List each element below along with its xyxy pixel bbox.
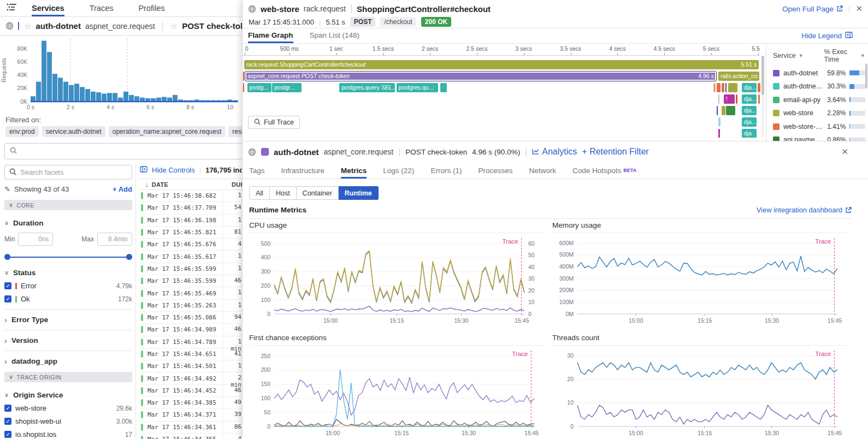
table-row[interactable]: Mar 17 15:46:35.6764 <box>140 239 242 251</box>
legend-row-auth-dotnet[interactable]: auth-dotnet59.8% <box>773 69 865 77</box>
span-segment[interactable] <box>718 129 720 138</box>
table-row[interactable]: Mar 17 15:46:35.2631 <box>140 300 242 312</box>
table-row[interactable]: Mar 17 15:46:35.4691 <box>140 287 242 299</box>
full-trace-button[interactable]: Full Trace <box>248 116 300 129</box>
close-icon[interactable]: ✕ <box>855 4 863 14</box>
span-dja[interactable]: dja... <box>742 106 757 115</box>
table-row[interactable]: Mar 17 15:46:37.70954 <box>140 202 242 214</box>
filter-pill-operation-name-aspnet-core-request[interactable]: operation_name:aspnet_core.request <box>109 126 225 137</box>
table-row[interactable]: Mar 17 15:46:34.36186 <box>140 422 242 434</box>
span-segment[interactable] <box>736 94 737 104</box>
duration-max-input[interactable]: 8.4min <box>97 233 132 246</box>
legend-exec-column[interactable]: % Exec Time <box>824 48 858 63</box>
span-segment[interactable] <box>713 83 716 92</box>
span-dja[interactable]: dja... <box>742 117 757 127</box>
span-segment[interactable] <box>758 94 760 104</box>
span-segment[interactable] <box>717 83 721 92</box>
checkbox-checked[interactable]: ✓ <box>4 431 11 438</box>
filter-pill-service-auth-dotnet[interactable]: service:auth-dotnet <box>42 126 105 137</box>
table-row[interactable]: Mar 17 15:46:35.82181 <box>140 227 242 239</box>
facet-error-type[interactable]: ›Error Type <box>4 309 132 324</box>
span-segment[interactable] <box>722 83 724 92</box>
span-segment[interactable] <box>440 83 447 92</box>
retention-filter-link[interactable]: + Retention Filter <box>582 147 648 157</box>
duration-slider[interactable] <box>4 254 132 260</box>
tab-network[interactable]: Network <box>529 163 556 179</box>
table-row[interactable]: Mar 17 15:46:34.7891 min <box>140 336 242 348</box>
tab-span-list-148[interactable]: Span List (148) <box>310 28 360 43</box>
span-aspnet-core-request[interactable]: aspnet_core.request POST check-token4.96… <box>245 72 716 81</box>
hide-legend-button[interactable]: Hide Legend <box>801 32 853 40</box>
table-row[interactable]: Mar 17 15:46:34.45246 <box>140 385 242 397</box>
facet-group-core[interactable]: ∨CORE <box>4 200 132 210</box>
checkbox-checked[interactable]: ✓ <box>4 282 11 289</box>
scope-runtime[interactable]: Runtime <box>339 186 379 200</box>
legend-scrollbar[interactable] <box>865 63 867 88</box>
tab-traces[interactable]: Traces <box>90 0 114 16</box>
legend-row-web-store-m[interactable]: web-store-m...1.41% <box>773 123 865 130</box>
table-row[interactable]: Mar 17 15:46:34.5011 <box>140 360 242 372</box>
span-dja[interactable]: dja... <box>742 83 757 92</box>
tab-services[interactable]: Services <box>32 0 64 16</box>
slider-handle-min[interactable] <box>4 254 10 260</box>
add-facet-button[interactable]: + Add <box>113 185 132 193</box>
service-name[interactable]: auth-dotnet <box>36 21 80 31</box>
table-row[interactable]: Mar 17 15:46:34.4922 min <box>140 372 242 384</box>
analytics-link[interactable]: Analytics <box>532 147 577 157</box>
span-postgres-query[interactable]: postgres.query SEL... <box>339 83 394 92</box>
facet-group-trace-origin[interactable]: ∨TRACE ORIGIN <box>4 372 132 382</box>
pencil-icon[interactable]: ✎ <box>4 185 10 193</box>
table-row[interactable]: Mar 17 15:46:34.3554 <box>140 434 242 439</box>
checkbox-checked[interactable]: ✓ <box>4 405 11 412</box>
apm-list-icon[interactable] <box>7 3 17 14</box>
facet-search[interactable] <box>4 165 132 180</box>
checkbox-checked[interactable]: ✓ <box>4 418 11 425</box>
star-icon[interactable]: ☆ <box>170 21 178 31</box>
facet-status[interactable]: ∨Status <box>4 269 132 277</box>
resource-name[interactable]: POST check-token <box>182 21 242 31</box>
tab-flame-graph[interactable]: Flame Graph <box>248 28 293 43</box>
facet-duration[interactable]: ∨Duration <box>4 219 132 227</box>
sort-desc-icon[interactable]: ↓ <box>145 181 149 188</box>
span-postgres-qu[interactable]: postgres.qu... <box>397 83 439 92</box>
table-row[interactable]: Mar 17 15:46:35.08694 <box>140 312 242 324</box>
span-segment[interactable] <box>725 83 727 92</box>
facet-datadog-app[interactable]: ›datadog_app <box>4 351 132 365</box>
open-full-page-link[interactable]: Open Full Page <box>782 5 843 13</box>
integration-dashboard-link[interactable]: View integration dashboard <box>757 206 852 214</box>
scope-host[interactable]: Host <box>270 186 297 200</box>
legend-row-email-api-py[interactable]: email-api-py3.64% <box>773 96 865 104</box>
span-segment[interactable] <box>717 106 718 115</box>
tab-metrics[interactable]: Metrics <box>341 163 367 179</box>
table-row[interactable]: Mar 17 15:46:35.6171 <box>140 251 242 263</box>
legend-service-column[interactable]: Service <box>773 52 796 60</box>
star-icon[interactable]: ☆ <box>24 21 31 31</box>
span-postg[interactable]: postg... <box>247 83 272 92</box>
facet-origin-service[interactable]: ∨Origin Service <box>4 391 132 399</box>
date-column-header[interactable]: DATE <box>152 181 168 188</box>
tab-errors-1[interactable]: Errors (1) <box>430 163 462 179</box>
slider-handle-max[interactable] <box>126 254 132 260</box>
facet-search-input[interactable] <box>20 168 102 176</box>
filter-pill-env-prod[interactable]: env:prod <box>5 126 39 137</box>
checkbox-checked[interactable]: ✓ <box>4 295 11 302</box>
tab-profiles[interactable]: Profiles <box>138 0 164 16</box>
span-segment[interactable] <box>722 106 725 115</box>
span-dja[interactable]: dja <box>742 129 757 138</box>
tab-code-hotspots[interactable]: Code HotspotsBETA <box>572 163 636 179</box>
tab-processes[interactable]: Processes <box>478 163 512 179</box>
scope-container[interactable]: Container <box>297 186 339 200</box>
span-segment[interactable] <box>243 83 244 92</box>
span-postgr[interactable]: postgr... <box>272 83 302 92</box>
table-row[interactable]: Mar 17 15:46:36.1981 <box>140 215 242 227</box>
span-segment[interactable] <box>718 94 719 104</box>
close-icon[interactable]: ✕ <box>841 147 848 157</box>
table-row[interactable]: Mar 17 15:46:34.37139 <box>140 409 242 421</box>
legend-row-auth-dotnet[interactable]: auth-dotnet-...30.3% <box>773 82 865 90</box>
table-row[interactable]: Mar 17 15:46:35.59946 <box>140 275 242 287</box>
duration-column-header[interactable]: DURA <box>232 181 242 188</box>
requests-histogram[interactable]: Requests0K20K40K60K80K0 s2 s4 s6 s8 s10 <box>0 36 242 115</box>
scope-all[interactable]: All <box>249 186 270 200</box>
span-segment[interactable] <box>758 83 760 92</box>
tab-infrastructure[interactable]: Infrastructure <box>281 163 325 179</box>
